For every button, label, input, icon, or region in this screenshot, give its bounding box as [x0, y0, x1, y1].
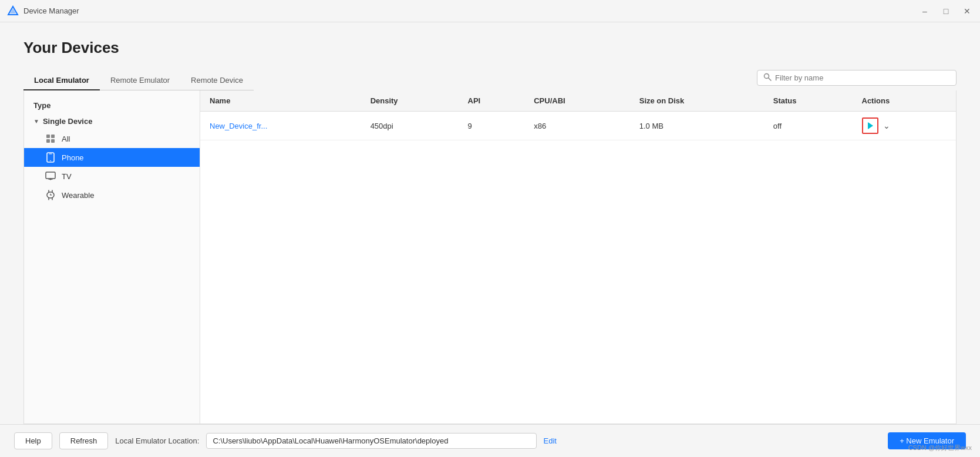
size-cell: 1.0 MB	[630, 112, 764, 140]
location-input[interactable]	[206, 433, 536, 449]
device-name-link[interactable]: New_Device_fr...	[210, 122, 267, 130]
close-button[interactable]: ✕	[961, 6, 973, 16]
device-name-cell: New_Device_fr...	[200, 112, 361, 140]
tabs-filter-row: Local Emulator Remote Emulator Remote De…	[23, 70, 957, 90]
phone-icon	[45, 152, 56, 163]
edit-link[interactable]: Edit	[544, 436, 557, 445]
help-button[interactable]: Help	[14, 432, 52, 449]
api-cell: 9	[459, 112, 525, 140]
grid-icon	[45, 133, 56, 144]
col-name: Name	[200, 90, 361, 112]
watch-icon	[45, 190, 56, 200]
sidebar-item-wearable[interactable]: Wearable	[24, 186, 200, 204]
cpu-abi-cell: x86	[524, 112, 630, 140]
maximize-button[interactable]: □	[940, 6, 952, 16]
play-button[interactable]	[862, 117, 878, 134]
svg-rect-11	[46, 172, 55, 179]
app-logo	[7, 5, 19, 17]
col-size: Size on Disk	[630, 90, 764, 112]
device-table: Name Density API CPU/ABI Size on Disk St…	[200, 90, 956, 140]
wearable-label: Wearable	[62, 191, 94, 200]
watermark: CSDN @你好世界wxx	[908, 443, 972, 452]
chevron-down-icon: ▼	[33, 118, 39, 125]
page-title: Your Devices	[23, 39, 957, 57]
table-header-row: Name Density API CPU/ABI Size on Disk St…	[200, 90, 956, 112]
tabs-row: Local Emulator Remote Emulator Remote De…	[23, 71, 254, 90]
tab-remote-emulator[interactable]: Remote Emulator	[100, 71, 180, 90]
sidebar: Type ▼ Single Device	[24, 90, 200, 424]
content-area: Your Devices Local Emulator Remote Emula…	[0, 22, 980, 424]
main-window: Your Devices Local Emulator Remote Emula…	[0, 22, 980, 457]
actions-container: ⌄	[862, 117, 947, 134]
bottom-bar: Help Refresh Local Emulator Location: Ed…	[0, 424, 980, 457]
svg-point-9	[50, 160, 51, 162]
single-device-section[interactable]: ▼ Single Device	[24, 113, 200, 129]
tv-icon	[45, 171, 56, 182]
svg-rect-5	[51, 135, 55, 138]
all-label: All	[62, 135, 70, 143]
window-controls: – □ ✕	[919, 6, 973, 16]
titlebar: Device Manager – □ ✕	[0, 0, 980, 22]
table-row: New_Device_fr... 450dpi 9 x86 1.0 MB off	[200, 112, 956, 140]
svg-rect-7	[51, 139, 55, 143]
density-cell: 450dpi	[361, 112, 459, 140]
minimize-button[interactable]: –	[919, 6, 931, 16]
col-actions: Actions	[853, 90, 957, 112]
svg-rect-6	[46, 139, 50, 143]
search-icon	[763, 73, 772, 83]
tab-remote-device[interactable]: Remote Device	[180, 71, 254, 90]
svg-marker-21	[868, 122, 873, 129]
filter-wrapper	[757, 70, 957, 86]
filter-input[interactable]	[775, 73, 950, 82]
table-area: Name Density API CPU/ABI Size on Disk St…	[200, 90, 956, 424]
tab-local-emulator[interactable]: Local Emulator	[23, 71, 100, 90]
filter-input-container	[757, 70, 957, 86]
col-density: Density	[361, 90, 459, 112]
svg-rect-4	[46, 135, 50, 138]
phone-label: Phone	[62, 153, 84, 162]
svg-line-3	[769, 78, 772, 81]
tv-label: TV	[62, 172, 72, 181]
location-label: Local Emulator Location:	[115, 436, 199, 445]
col-status: Status	[764, 90, 853, 112]
app-title: Device Manager	[23, 6, 919, 15]
body-area: Type ▼ Single Device	[23, 90, 957, 424]
actions-cell: ⌄	[853, 112, 957, 140]
col-api: API	[459, 90, 525, 112]
single-device-label: Single Device	[43, 117, 93, 126]
type-header: Type	[24, 98, 200, 113]
actions-dropdown-button[interactable]: ⌄	[881, 119, 893, 133]
sidebar-item-all[interactable]: All	[24, 129, 200, 148]
col-cpu-abi: CPU/ABI	[524, 90, 630, 112]
refresh-button[interactable]: Refresh	[59, 432, 109, 449]
type-label: Type	[33, 101, 50, 110]
status-cell: off	[764, 112, 853, 140]
sidebar-item-tv[interactable]: TV	[24, 167, 200, 186]
sidebar-item-phone[interactable]: Phone	[24, 148, 200, 167]
